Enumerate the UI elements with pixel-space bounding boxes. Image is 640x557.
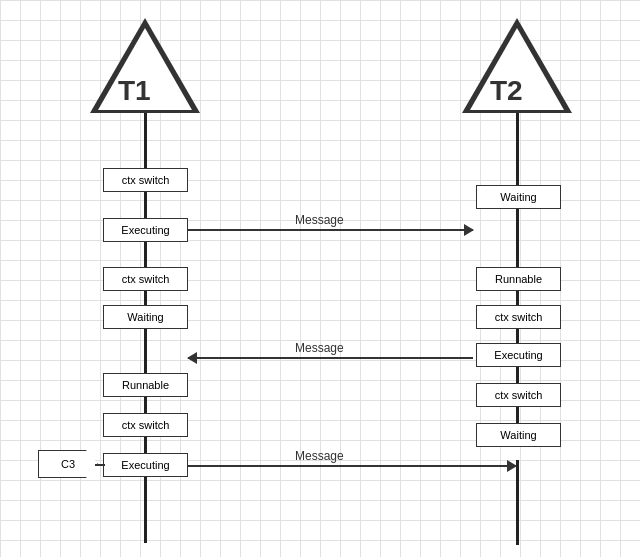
t2-box-waiting2: Waiting: [476, 423, 561, 447]
t1-label: T1: [118, 75, 151, 107]
t2-box-runnable: Runnable: [476, 267, 561, 291]
t1-box-ctx1: ctx switch: [103, 168, 188, 192]
t1-box-runnable: Runnable: [103, 373, 188, 397]
t2-vline-bottom: [516, 460, 519, 545]
diagram-canvas: T1 T2 ctx switch Executing ctx switch Wa…: [0, 0, 640, 557]
t2-box-waiting1: Waiting: [476, 185, 561, 209]
t1-box-exec1: Executing: [103, 218, 188, 242]
t2-box-exec1: Executing: [476, 343, 561, 367]
t1-box-waiting: Waiting: [103, 305, 188, 329]
c3-shape: C3: [38, 450, 98, 478]
t2-label: T2: [490, 75, 523, 107]
t1-box-ctx3: ctx switch: [103, 413, 188, 437]
message3-label: Message: [295, 449, 344, 463]
message1-label: Message: [295, 213, 344, 227]
t1-box-exec2: Executing: [103, 453, 188, 477]
message1-line: [188, 229, 473, 231]
c3-connector: [95, 464, 105, 466]
message2-label: Message: [295, 341, 344, 355]
t1-box-ctx2: ctx switch: [103, 267, 188, 291]
message2-line: [188, 357, 473, 359]
t2-box-ctx2: ctx switch: [476, 383, 561, 407]
t2-box-ctx1: ctx switch: [476, 305, 561, 329]
message3-line: [188, 465, 516, 467]
